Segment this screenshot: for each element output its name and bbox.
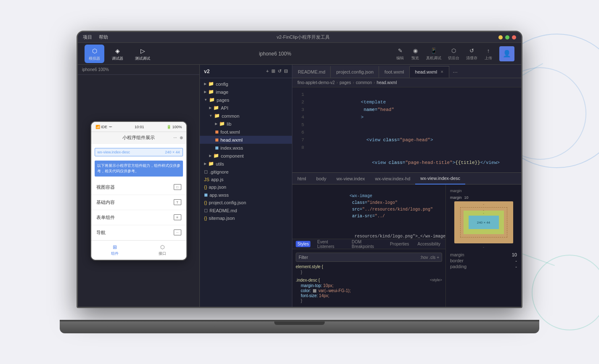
tree-item-gitignore[interactable]: ◻ .gitignore xyxy=(200,168,292,176)
devtools-tab-wx-view-index[interactable]: wx-view.index xyxy=(331,173,370,185)
tree-item-common[interactable]: ▼ 📁 common xyxy=(200,112,292,120)
value-font-size: 14px; xyxy=(319,293,329,298)
code-content[interactable]: <template name="head" > <view class="pag… xyxy=(307,87,521,172)
breadcrumb-item-2[interactable]: common xyxy=(356,80,372,85)
value-margin-top: 10px; xyxy=(323,283,333,288)
code-line-1: <template name="head" > xyxy=(311,91,521,129)
debug-button[interactable]: ◈ 调试器 xyxy=(108,45,127,63)
menu-item-project[interactable]: 项目 xyxy=(83,34,92,40)
property-margin-top: margin-top: xyxy=(301,283,322,288)
tree-item-api[interactable]: ▶ 📁 API xyxy=(200,104,292,112)
phone-menu-item-2[interactable]: 基础内容 T xyxy=(91,195,186,210)
bg-decoration-circle-3 xyxy=(532,255,599,330)
user-avatar[interactable]: 👤 xyxy=(499,46,514,61)
tree-label-gitignore: .gitignore xyxy=(209,169,228,174)
devtools-tab-html[interactable]: html xyxy=(292,173,311,185)
preview-panel: iphone6 100% 📶 IDE ᅲ 10:01 🔋 100% 小程序组件展… xyxy=(78,65,200,307)
breadcrumb-sep-1: › xyxy=(353,80,354,85)
tree-item-head-wxml[interactable]: ◼ head.wxml xyxy=(200,136,292,144)
devtools-tab-wx-view-index-hd[interactable]: wx-view.index-hd xyxy=(370,173,416,185)
tree-label-lib: lib xyxy=(227,121,231,127)
cut-backend-action[interactable]: ⬡ 切后台 xyxy=(448,46,459,61)
breadcrumb-item-0[interactable]: fino-applet-demo-v2 xyxy=(297,80,335,85)
breadcrumb-item-1[interactable]: pages xyxy=(339,80,351,85)
file-icon-sitemap: {} xyxy=(204,216,207,221)
devtools-tab-wx-view-index-desc[interactable]: wx-view.index-desc xyxy=(415,173,465,185)
editor-tab-more[interactable]: ··· xyxy=(449,66,461,78)
styles-filter[interactable]: Filter :hov .cls + xyxy=(296,253,442,262)
tree-item-utils[interactable]: ▶ 📁 utils xyxy=(200,160,292,168)
bm-key-padding: padding xyxy=(450,264,466,269)
tree-item-project-config[interactable]: {} project.config.json xyxy=(200,199,292,206)
edit-action[interactable]: ✎ 编辑 xyxy=(396,46,404,61)
preview-action[interactable]: ◉ 预览 xyxy=(411,46,419,61)
bm-content-layer: 240 × 44 xyxy=(469,216,499,229)
line-num-1: 1 xyxy=(292,91,304,98)
tree-label-project-config: project.config.json xyxy=(209,200,246,205)
tree-item-sitemap[interactable]: {} sitemap.json xyxy=(200,214,292,222)
subtab-styles[interactable]: Styles xyxy=(296,241,310,247)
tab-close-icon[interactable]: ✕ xyxy=(440,70,444,74)
tree-item-config[interactable]: ▶ 📁 config xyxy=(200,80,292,88)
folder-icon-config: 📁 xyxy=(208,81,214,87)
toolbar: ⬡ 模拟器 ◈ 调试器 ▷ 测试调试 iphone6 100% xyxy=(78,43,521,65)
close-button[interactable] xyxy=(512,35,516,40)
tab-foot-wxml[interactable]: foot.wxml xyxy=(379,66,409,78)
tree-item-pages[interactable]: ▼ 📁 pages xyxy=(200,96,292,104)
tree-item-component[interactable]: ▶ 📁 component xyxy=(200,152,292,160)
debug-icon: ◈ xyxy=(113,46,122,55)
collapse-icon[interactable]: ⊟ xyxy=(284,69,288,74)
phone-menu-item-1[interactable]: 视图容器 □ xyxy=(91,180,186,195)
styles-prop-font-size: font-size: 14px; xyxy=(296,293,442,298)
file-icon-index-wxss: ◼ xyxy=(215,145,219,150)
test-button[interactable]: ▷ 测试调试 xyxy=(131,45,154,63)
refresh-icon[interactable]: ↺ xyxy=(278,69,281,74)
phone-menu-item-4[interactable]: 导航 ··· xyxy=(91,225,186,240)
tree-item-app-js[interactable]: JS app.js xyxy=(200,176,292,183)
subtab-dom-breakpoints[interactable]: DOM Breakpoints xyxy=(350,239,383,250)
toolbar-left: ⬡ 模拟器 ◈ 调试器 ▷ 测试调试 xyxy=(85,45,154,63)
styles-source-index-desc: <style> xyxy=(430,278,442,282)
menu-item-help[interactable]: 帮助 xyxy=(99,34,108,40)
tree-item-app-json[interactable]: {} app.json xyxy=(200,183,292,191)
devtools-tab-body[interactable]: body xyxy=(311,173,331,185)
test-label: 测试调试 xyxy=(135,56,150,61)
bm-val-padding: - xyxy=(515,264,517,269)
subtab-accessibility[interactable]: Accessibility xyxy=(416,241,442,247)
file-tree-header-icons: + ⊞ ↺ ⊟ xyxy=(266,69,288,74)
box-model: - - - xyxy=(454,201,513,243)
tree-item-lib[interactable]: ▶ 📁 lib xyxy=(200,120,292,128)
tree-item-app-wxss[interactable]: ◼ app.wxss xyxy=(200,191,292,199)
new-folder-icon[interactable]: ⊞ xyxy=(271,69,275,74)
styles-selector-index-desc: .index-desc { <style> xyxy=(296,278,442,282)
file-tree-content: ▶ 📁 config ▶ 📁 image ▼ xyxy=(200,78,292,307)
tree-item-foot-wxml[interactable]: ◼ foot.wxml xyxy=(200,128,292,136)
tree-label-component: component xyxy=(221,153,244,158)
nav-item-interface[interactable]: ⬡ 接口 xyxy=(139,241,186,260)
bm-content-size: 240 × 44 xyxy=(477,221,490,224)
bm-margin-top-val: - xyxy=(483,202,484,206)
phone-menu-item-3[interactable]: 表单组件 ≡ xyxy=(91,210,186,225)
phone-more-icon[interactable]: ··· xyxy=(173,135,177,140)
subtab-properties[interactable]: Properties xyxy=(388,241,411,247)
tree-item-index-wxss[interactable]: ◼ index.wxss xyxy=(200,144,292,152)
tree-item-image[interactable]: ▶ 📁 image xyxy=(200,88,292,96)
line-numbers: 1 2 3 4 5 6 7 8 xyxy=(292,87,307,172)
maximize-button[interactable] xyxy=(505,35,509,40)
clear-cache-action[interactable]: ↺ 清缓存 xyxy=(466,46,477,61)
nav-item-component[interactable]: ⊞ 组件 xyxy=(91,241,139,260)
minimize-button[interactable] xyxy=(498,35,503,40)
tab-head-wxml[interactable]: head.wxml ✕ xyxy=(410,66,450,78)
tab-project-config[interactable]: project.config.json xyxy=(331,66,379,78)
real-debug-action[interactable]: 📱 真机调试 xyxy=(426,46,441,61)
subtab-event-listeners[interactable]: Event Listeners xyxy=(315,239,345,250)
simulate-button[interactable]: ⬡ 模拟器 xyxy=(85,45,104,63)
upload-action[interactable]: ↑ 上传 xyxy=(484,46,493,61)
phone-close-icon[interactable]: ⊕ xyxy=(180,135,183,140)
new-file-icon[interactable]: + xyxy=(266,69,269,74)
edit-label: 编辑 xyxy=(396,55,404,61)
tab-readme[interactable]: README.md xyxy=(292,66,331,78)
tree-item-readme[interactable]: ◻ README.md xyxy=(200,206,292,214)
phone-title-actions: ··· ⊕ xyxy=(173,135,183,140)
line-num-6: 6 xyxy=(292,129,304,136)
